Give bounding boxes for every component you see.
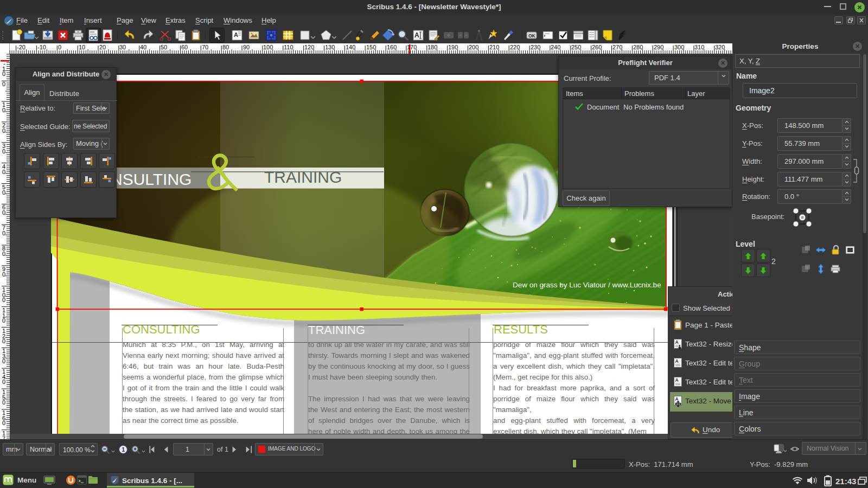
svg-text:A: A [414,31,419,39]
svg-text:A: A [234,31,238,38]
svg-text:TRAINING: TRAINING [264,168,342,186]
svg-text:1: 1 [122,447,125,453]
svg-text:Dew on grass by Luc Viatour /: Dew on grass by Luc Viatour / www.Lucnix… [513,281,661,289]
svg-text:A: A [675,377,679,383]
svg-text:A: A [675,358,679,364]
svg-text:OK: OK [528,33,536,38]
svg-text:A: A [675,339,679,345]
